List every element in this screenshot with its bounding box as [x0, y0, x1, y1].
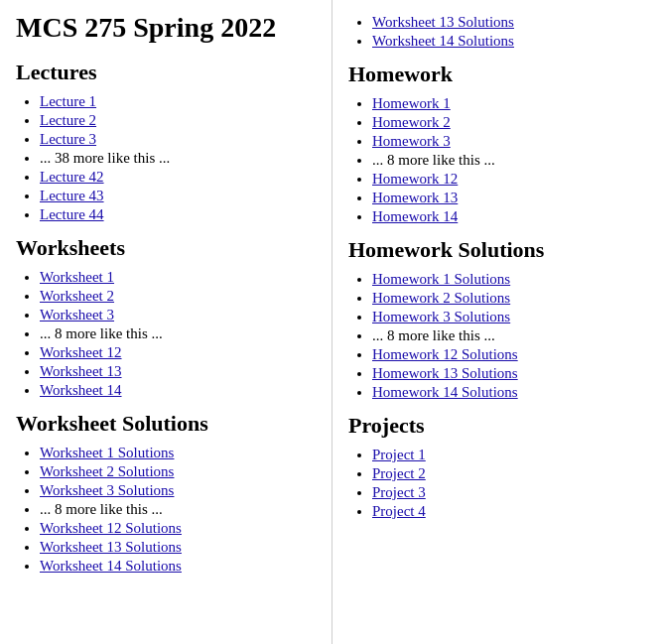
lecture-43-link[interactable]: Lecture 43: [40, 188, 104, 203]
right-column: Worksheet 13 Solutions Worksheet 14 Solu…: [332, 0, 665, 644]
list-item: Homework 1: [372, 95, 649, 112]
list-item: Worksheet 14 Solutions: [40, 558, 316, 575]
list-item: Project 1: [372, 447, 649, 463]
right-ws-14-solutions-link[interactable]: Worksheet 14 Solutions: [372, 33, 514, 49]
lectures-ellipsis: ... 38 more like this ...: [40, 150, 316, 167]
homework-12-solutions-link[interactable]: Homework 12 Solutions: [372, 346, 518, 362]
project-1-link[interactable]: Project 1: [372, 447, 426, 462]
project-4-link[interactable]: Project 4: [372, 503, 426, 519]
list-item: Homework 13 Solutions: [372, 365, 649, 382]
list-item: Worksheet 3 Solutions: [40, 482, 316, 499]
list-item: Worksheet 12 Solutions: [40, 520, 316, 537]
list-item: Worksheet 14 Solutions: [372, 33, 649, 50]
worksheet-14-solutions-link[interactable]: Worksheet 14 Solutions: [40, 558, 182, 574]
page-title: MCS 275 Spring 2022: [16, 12, 316, 44]
list-item: Lecture 2: [40, 112, 316, 129]
list-item: Homework 13: [372, 190, 649, 206]
projects-heading: Projects: [348, 413, 649, 439]
worksheet-solutions-ellipsis: ... 8 more like this ...: [40, 501, 316, 518]
right-top-overflow-list: Worksheet 13 Solutions Worksheet 14 Solu…: [348, 14, 649, 50]
worksheet-14-link[interactable]: Worksheet 14: [40, 382, 122, 398]
projects-list: Project 1 Project 2 Project 3 Project 4: [348, 447, 649, 520]
list-item: Worksheet 13 Solutions: [372, 14, 649, 31]
list-item: Lecture 3: [40, 131, 316, 148]
homework-2-link[interactable]: Homework 2: [372, 114, 451, 130]
worksheet-1-solutions-link[interactable]: Worksheet 1 Solutions: [40, 445, 174, 460]
list-item: Worksheet 13 Solutions: [40, 539, 316, 556]
homework-13-solutions-link[interactable]: Homework 13 Solutions: [372, 365, 518, 381]
list-item: Homework 3 Solutions: [372, 309, 649, 325]
worksheet-12-link[interactable]: Worksheet 12: [40, 344, 122, 360]
list-item: Homework 2: [372, 114, 649, 131]
homework-heading: Homework: [348, 62, 649, 87]
worksheets-ellipsis: ... 8 more like this ...: [40, 325, 316, 342]
lectures-heading: Lectures: [16, 60, 316, 85]
list-item: Lecture 42: [40, 169, 316, 186]
page-container: MCS 275 Spring 2022 Lectures Lecture 1 L…: [0, 0, 665, 644]
worksheet-3-solutions-link[interactable]: Worksheet 3 Solutions: [40, 482, 174, 498]
homework-14-solutions-link[interactable]: Homework 14 Solutions: [372, 384, 518, 400]
list-item: Worksheet 1 Solutions: [40, 445, 316, 461]
homework-3-link[interactable]: Homework 3: [372, 133, 451, 149]
worksheet-solutions-list: Worksheet 1 Solutions Worksheet 2 Soluti…: [16, 445, 316, 575]
list-item: Project 4: [372, 503, 649, 520]
worksheet-2-link[interactable]: Worksheet 2: [40, 288, 114, 304]
list-item: Homework 1 Solutions: [372, 271, 649, 288]
list-item: Homework 12: [372, 171, 649, 188]
worksheet-1-link[interactable]: Worksheet 1: [40, 269, 114, 285]
worksheets-heading: Worksheets: [16, 235, 316, 261]
left-column: MCS 275 Spring 2022 Lectures Lecture 1 L…: [0, 0, 332, 644]
worksheet-solutions-heading: Worksheet Solutions: [16, 411, 316, 437]
homework-3-solutions-link[interactable]: Homework 3 Solutions: [372, 309, 510, 324]
list-item: Project 2: [372, 465, 649, 482]
lecture-1-link[interactable]: Lecture 1: [40, 93, 96, 109]
homework-12-link[interactable]: Homework 12: [372, 171, 458, 187]
worksheet-3-link[interactable]: Worksheet 3: [40, 307, 114, 322]
homework-14-link[interactable]: Homework 14: [372, 208, 458, 224]
homework-list: Homework 1 Homework 2 Homework 3 ... 8 m…: [348, 95, 649, 225]
homework-13-link[interactable]: Homework 13: [372, 190, 458, 205]
right-ws-13-solutions-link[interactable]: Worksheet 13 Solutions: [372, 14, 514, 30]
list-item: Project 3: [372, 484, 649, 501]
lecture-42-link[interactable]: Lecture 42: [40, 169, 104, 185]
homework-solutions-heading: Homework Solutions: [348, 237, 649, 263]
worksheet-2-solutions-link[interactable]: Worksheet 2 Solutions: [40, 463, 174, 479]
project-2-link[interactable]: Project 2: [372, 465, 426, 481]
homework-1-solutions-link[interactable]: Homework 1 Solutions: [372, 271, 510, 287]
list-item: Worksheet 14: [40, 382, 316, 399]
list-item: Lecture 1: [40, 93, 316, 110]
worksheets-list: Worksheet 1 Worksheet 2 Worksheet 3 ... …: [16, 269, 316, 399]
homework-solutions-list: Homework 1 Solutions Homework 2 Solution…: [348, 271, 649, 401]
homework-1-link[interactable]: Homework 1: [372, 95, 451, 111]
homework-2-solutions-link[interactable]: Homework 2 Solutions: [372, 290, 510, 306]
list-item: Worksheet 2: [40, 288, 316, 305]
list-item: Homework 14 Solutions: [372, 384, 649, 401]
project-3-link[interactable]: Project 3: [372, 484, 426, 500]
list-item: Homework 14: [372, 208, 649, 225]
list-item: Worksheet 3: [40, 307, 316, 323]
list-item: Homework 3: [372, 133, 649, 150]
worksheet-13-link[interactable]: Worksheet 13: [40, 363, 122, 379]
worksheet-13-solutions-link[interactable]: Worksheet 13 Solutions: [40, 539, 182, 555]
lecture-2-link[interactable]: Lecture 2: [40, 112, 96, 128]
homework-ellipsis: ... 8 more like this ...: [372, 152, 649, 169]
list-item: Worksheet 12: [40, 344, 316, 361]
lecture-44-link[interactable]: Lecture 44: [40, 206, 104, 222]
lecture-3-link[interactable]: Lecture 3: [40, 131, 96, 147]
worksheet-12-solutions-link[interactable]: Worksheet 12 Solutions: [40, 520, 182, 536]
lectures-list: Lecture 1 Lecture 2 Lecture 3 ... 38 mor…: [16, 93, 316, 223]
list-item: Worksheet 2 Solutions: [40, 463, 316, 480]
list-item: Homework 12 Solutions: [372, 346, 649, 363]
list-item: Lecture 43: [40, 188, 316, 204]
list-item: Lecture 44: [40, 206, 316, 223]
list-item: Worksheet 13: [40, 363, 316, 380]
list-item: Homework 2 Solutions: [372, 290, 649, 307]
homework-solutions-ellipsis: ... 8 more like this ...: [372, 327, 649, 344]
list-item: Worksheet 1: [40, 269, 316, 286]
